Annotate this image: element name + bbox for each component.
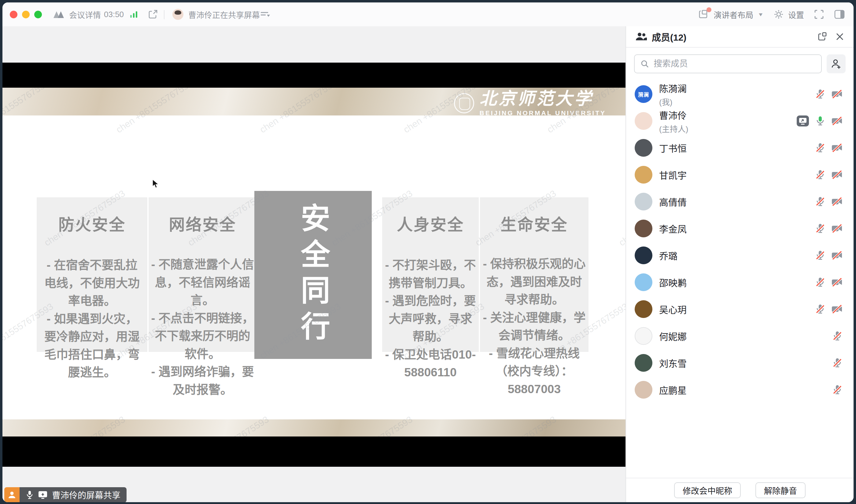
mic-muted-icon[interactable]	[815, 169, 826, 181]
settings-label[interactable]: 设置	[788, 9, 804, 20]
search-icon	[640, 59, 649, 68]
member-row[interactable]: 丁书恒	[626, 134, 854, 161]
share-window-icon[interactable]	[147, 2, 158, 26]
member-row[interactable]: 吴心玥	[626, 296, 854, 323]
sharing-status-text: 曹沛伶正在共享屏幕	[188, 2, 260, 26]
mic-muted-icon[interactable]	[832, 384, 843, 396]
mic-muted-icon[interactable]	[815, 276, 826, 288]
member-row[interactable]: 高倩倩	[626, 188, 854, 215]
close-panel-icon[interactable]	[835, 32, 844, 41]
member-avatar: 漪澜	[635, 85, 652, 103]
app-logo-icon	[53, 2, 66, 26]
camera-muted-icon[interactable]	[831, 276, 843, 288]
member-avatar	[635, 247, 652, 264]
camera-muted-icon[interactable]	[831, 196, 843, 208]
camera-muted-icon[interactable]	[831, 88, 843, 100]
member-name: 何妮娜	[659, 329, 832, 343]
chevron-down-icon: ▼	[757, 12, 764, 17]
shared-screen-stage: 北京师范大学 BEIJING NORMAL UNIVERSITY 防火安全 - …	[2, 26, 626, 502]
screen-share-indicator[interactable]: 曹沛伶的屏幕共享	[4, 487, 126, 502]
member-avatar	[635, 112, 652, 130]
mic-muted-icon[interactable]	[832, 330, 843, 342]
mic-muted-icon[interactable]	[815, 303, 826, 315]
member-avatar	[635, 166, 652, 184]
popout-panel-icon[interactable]	[817, 32, 827, 42]
toggle-sidebar-icon[interactable]	[834, 10, 845, 19]
network-signal-icon	[129, 2, 139, 26]
member-avatar	[635, 300, 652, 318]
camera-muted-icon[interactable]	[831, 142, 843, 154]
sharer-user-icon	[4, 487, 20, 502]
member-row[interactable]: 刘东雪	[626, 349, 854, 376]
university-name-en: BEIJING NORMAL UNIVERSITY	[480, 110, 606, 116]
member-row[interactable]: 曹沛伶 (主持人)	[626, 108, 854, 134]
member-avatar	[635, 381, 652, 399]
mic-muted-icon[interactable]	[815, 142, 826, 154]
slide-banner-top: 北京师范大学 BEIJING NORMAL UNIVERSITY	[2, 88, 626, 115]
member-avatar	[635, 327, 652, 345]
fullscreen-icon[interactable]	[814, 9, 824, 20]
mic-muted-icon[interactable]	[815, 88, 826, 100]
member-avatar	[635, 193, 652, 211]
member-name: 陈漪澜	[659, 81, 815, 95]
letterbox-bottom	[2, 436, 626, 467]
slide-box-network-safety: 网络安全 - 不随意泄露个人信息，不轻信网络谣言。 - 不点击不明链接，不下载来…	[149, 197, 257, 352]
meeting-window: 会议详情 03:50 曹沛伶正在共享屏幕	[2, 2, 854, 502]
camera-muted-icon[interactable]	[831, 115, 843, 127]
mic-muted-icon[interactable]	[815, 196, 826, 208]
mic-on-icon[interactable]	[815, 115, 826, 127]
mic-muted-icon[interactable]	[815, 250, 826, 261]
member-avatar	[635, 139, 652, 157]
members-panel-title: 成员(12)	[652, 30, 817, 43]
member-row[interactable]: 漪澜 陈漪澜 (我)	[626, 80, 854, 108]
camera-muted-icon[interactable]	[831, 250, 843, 261]
university-logo: 北京师范大学 BEIJING NORMAL UNIVERSITY	[454, 90, 606, 116]
close-traffic-light[interactable]	[10, 11, 17, 18]
sharer-avatar	[172, 2, 184, 26]
window-titlebar: 会议详情 03:50 曹沛伶正在共享屏幕	[2, 2, 854, 26]
member-row[interactable]: 乔璐	[626, 242, 854, 269]
screen-share-icon	[38, 490, 48, 499]
mic-muted-icon[interactable]	[815, 223, 826, 234]
mic-muted-icon[interactable]	[832, 357, 843, 369]
member-name: 李金凤	[659, 222, 815, 235]
member-avatar	[635, 220, 652, 237]
member-row[interactable]: 应鹏星	[626, 376, 854, 403]
slide-center-banner: 安全同行	[255, 191, 372, 359]
member-name: 邵映鹣	[659, 275, 815, 289]
member-name: 应鹏星	[659, 383, 832, 396]
screen-share-indicator-text: 曹沛伶的屏幕共享	[52, 489, 120, 501]
slide-box-personal-safety: 人身安全 - 不打架斗殴，不携带管制刀具。 - 遇到危险时，要大声呼救，寻求帮助…	[382, 197, 479, 352]
speaker-layout-label[interactable]: 演讲者布局	[714, 9, 753, 20]
minimize-traffic-light[interactable]	[22, 11, 30, 18]
member-subtitle: (我)	[659, 96, 815, 107]
screen-share-badge	[796, 114, 809, 128]
camera-muted-icon[interactable]	[831, 169, 843, 181]
member-name: 曹沛伶	[659, 108, 796, 122]
settings-gear-icon[interactable]	[773, 9, 784, 20]
member-row[interactable]: 李金凤	[626, 215, 854, 242]
speaker-layout-icon[interactable]	[698, 9, 709, 20]
search-members-box[interactable]	[634, 54, 822, 73]
member-row[interactable]: 邵映鹣	[626, 269, 854, 296]
unmute-button[interactable]: 解除静音	[755, 482, 806, 498]
rename-button[interactable]: 修改会中昵称	[674, 482, 741, 498]
member-name: 高倩倩	[659, 195, 815, 208]
titlebar-divider	[164, 10, 164, 19]
share-viewport: 北京师范大学 BEIJING NORMAL UNIVERSITY 防火安全 - …	[2, 62, 626, 467]
slide-box-fire-safety: 防火安全 - 在宿舍不要乱拉电线，不使用大功率电器。 - 如果遇到火灾，要冷静应…	[37, 197, 147, 352]
mic-indicator-icon	[26, 490, 34, 500]
search-members-input[interactable]	[653, 59, 816, 69]
university-seal-icon	[454, 93, 474, 113]
letterbox-top	[2, 62, 626, 88]
meeting-details-button[interactable]: 会议详情	[69, 2, 101, 26]
camera-muted-icon[interactable]	[831, 303, 843, 315]
slide-content: 防火安全 - 在宿舍不要乱拉电线，不使用大功率电器。 - 如果遇到火灾，要冷静应…	[2, 115, 626, 419]
layout-list-icon[interactable]	[260, 2, 270, 26]
member-row[interactable]: 甘凯宇	[626, 161, 854, 188]
add-member-button[interactable]	[827, 54, 845, 73]
zoom-traffic-light[interactable]	[34, 11, 42, 18]
member-list: 漪澜 陈漪澜 (我)	[626, 79, 854, 478]
camera-muted-icon[interactable]	[831, 223, 843, 234]
member-row[interactable]: 何妮娜	[626, 323, 854, 349]
